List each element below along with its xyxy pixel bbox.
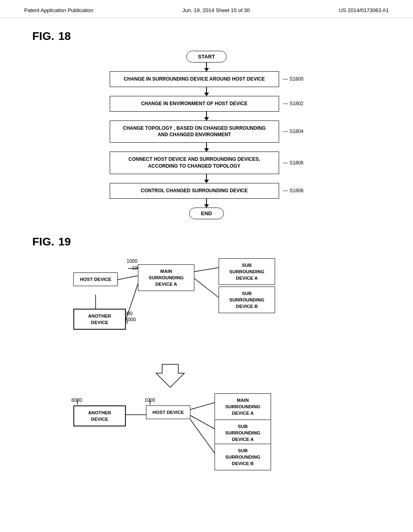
svg-line-3: [194, 278, 219, 297]
node-another-device-2: ANOTHER DEVICE: [73, 405, 126, 426]
arrow-1: [206, 87, 207, 96]
step-label-s1808: S1808: [283, 188, 304, 193]
diagram-connectors: [65, 256, 348, 490]
step-row-s1806: CONNECT HOST DEVICE AND SURROUNDING DEVI…: [110, 152, 304, 174]
svg-line-11: [190, 420, 215, 453]
step-box-s1808: CONTROL CHANGED SURROUNDING DEVICE: [110, 183, 279, 199]
arrow-3: [206, 143, 207, 152]
arrow-4: [206, 174, 207, 183]
step-label-s1804: S1804: [283, 129, 304, 134]
header-center: Jun. 19, 2014 Sheet 15 of 30: [182, 7, 250, 13]
svg-line-9: [190, 403, 215, 409]
step-row-s1800: CHANGE IN SURROUNDING DEVICE AROUND HOST…: [110, 71, 304, 87]
svg-marker-7: [156, 364, 184, 387]
step-box-s1802: CHANGE IN ENVIRONMENT OF HOST DEVICE: [110, 96, 279, 112]
diagram19: 1000 6000 HOST DEVICE MAIN SURROUNDINGDE…: [65, 256, 348, 490]
arrow-2: [206, 112, 207, 121]
arrow-5: [206, 199, 207, 208]
svg-line-0: [118, 276, 138, 280]
fig19-label-1000-top: 1000: [127, 258, 138, 264]
node-sub-surrounding-a-1: SUB SURROUNDINGDEVICE A: [219, 258, 275, 285]
node-sub-surrounding-a-2: SUB SURROUNDINGDEVICE A: [215, 420, 271, 446]
arrow-0: [206, 62, 207, 71]
step-label-s1800: S1800: [283, 76, 304, 82]
svg-line-10: [190, 416, 215, 429]
svg-line-2: [194, 268, 219, 272]
node-main-surrounding-a-1: MAIN SURROUNDINGDEVICE A: [138, 264, 194, 291]
start-oval: START: [186, 51, 227, 62]
step-row-s1804: CHANGE TOPOLOGY , BASED ON CHANGED SURRO…: [110, 121, 304, 143]
fig18-label: FIG. 18: [32, 30, 381, 43]
page-header: Patent Application Publication Jun. 19, …: [0, 0, 413, 18]
step-row-s1808: CONTROL CHANGED SURROUNDING DEVICE S1808: [110, 183, 304, 199]
fig18-section: FIG. 18 START CHANGE IN SURROUNDING DEVI…: [32, 30, 381, 219]
node-sub-surrounding-b-2: SUB SURROUNDINGDEVICE B: [215, 444, 271, 470]
node-host-device-2: HOST DEVICE: [146, 405, 190, 419]
step-label-s1802: S1802: [283, 101, 304, 106]
step-box-s1804: CHANGE TOPOLOGY , BASED ON CHANGED SURRO…: [110, 121, 279, 143]
step-label-s1806: S1806: [283, 160, 304, 166]
step-box-s1800: CHANGE IN SURROUNDING DEVICE AROUND HOST…: [110, 71, 279, 87]
node-another-device-1: ANOTHER DEVICE: [73, 309, 126, 330]
fig19-section: FIG. 19: [32, 235, 381, 490]
node-main-surrounding-a-2: MAIN SURROUNDINGDEVICE A: [215, 393, 271, 420]
header-left: Patent Application Publication: [24, 7, 93, 13]
fig19-label: FIG. 19: [32, 235, 381, 248]
step-box-s1806: CONNECT HOST DEVICE AND SURROUNDING DEVI…: [110, 152, 279, 174]
step-row-s1802: CHANGE IN ENVIRONMENT OF HOST DEVICE S18…: [110, 96, 304, 112]
node-sub-surrounding-b-1: SUB SURROUNDINGDEVICE B: [219, 287, 275, 313]
node-host-device-1: HOST DEVICE: [73, 272, 118, 286]
fig19-label-6000-top: 6000: [125, 317, 136, 322]
fig19-label-6000-bot: 6000: [71, 397, 82, 403]
end-oval: END: [189, 208, 223, 219]
fig19-label-1000-bot: 1000: [144, 397, 155, 403]
flowchart-18: START CHANGE IN SURROUNDING DEVICE AROUN…: [32, 51, 381, 219]
header-right: US 2014/0173063 A1: [339, 7, 389, 13]
